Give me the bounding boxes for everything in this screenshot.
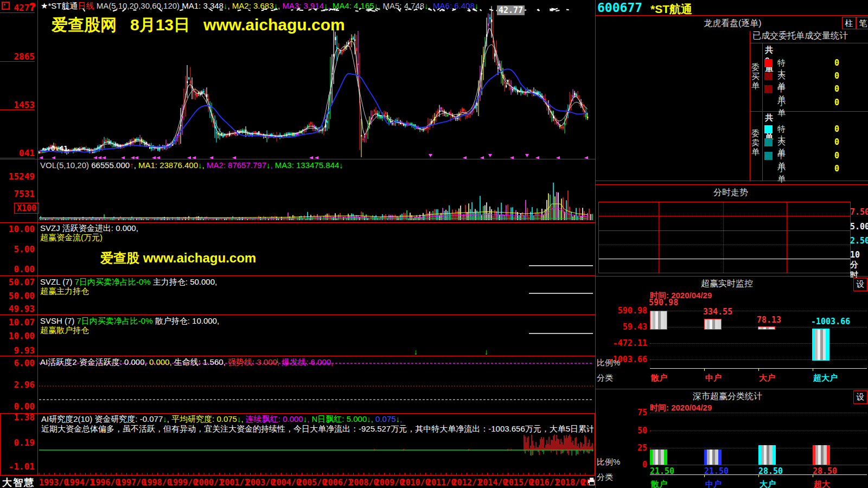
header-segment: MA1: 3.348 bbox=[182, 1, 224, 10]
candle-body bbox=[362, 138, 363, 140]
candle-body bbox=[524, 92, 525, 94]
candle-body bbox=[353, 37, 354, 40]
chart-stroke bbox=[480, 10, 482, 11]
candle-body bbox=[447, 115, 448, 117]
intraday-gridline bbox=[599, 230, 850, 231]
order-swatch bbox=[764, 59, 773, 67]
panel-border bbox=[0, 159, 595, 159]
order-row-value: 0 bbox=[816, 164, 839, 174]
order-swatch bbox=[764, 152, 773, 160]
header-segment: 生命线: 1.560, bbox=[174, 357, 228, 367]
header-segment: ↓ bbox=[339, 160, 343, 170]
chart-line bbox=[39, 44, 588, 151]
header-segment: , bbox=[202, 160, 207, 170]
candle-body bbox=[574, 93, 575, 95]
date-label: 2000/1 bbox=[194, 478, 224, 487]
deep-bar bbox=[650, 450, 667, 465]
candle-body bbox=[310, 122, 311, 124]
header-segment: 爆发线: 6.000, bbox=[282, 357, 333, 367]
deep-settings-button[interactable]: 设 bbox=[853, 390, 867, 404]
monitor-bar-value: 334.55 bbox=[703, 307, 732, 317]
candle-body bbox=[105, 140, 106, 142]
candle-body bbox=[358, 63, 359, 65]
header-segment: SVSH (7) bbox=[40, 316, 77, 325]
header-segment: *ST航通 bbox=[48, 1, 78, 10]
candle-body bbox=[284, 133, 285, 136]
volume-axis-label: 7531 bbox=[0, 189, 35, 198]
kline-axis-label: 4277 bbox=[0, 3, 35, 13]
candle-body bbox=[190, 81, 191, 84]
order-swatch bbox=[764, 138, 773, 146]
intraday-vgrid bbox=[787, 202, 787, 273]
intraday-plot[interactable] bbox=[598, 202, 851, 273]
header-segment: ↓ bbox=[424, 1, 429, 10]
monitor-top-border bbox=[595, 276, 868, 277]
bar-mode-button[interactable]: 柱 bbox=[842, 17, 856, 29]
header-segment: 66555.000 bbox=[91, 160, 130, 170]
svsh-subtitle: 超赢散户持仓 bbox=[40, 325, 89, 335]
header-segment: SVZJ 活跃资金进出: 0.000, bbox=[40, 223, 138, 233]
candle-body bbox=[234, 132, 235, 135]
header-segment: MA2: 3.683 bbox=[232, 1, 274, 10]
candle-body bbox=[488, 23, 489, 25]
printer-icon[interactable] bbox=[588, 478, 595, 485]
header-segment: ↓ bbox=[367, 414, 371, 423]
monitor-bar-value: -1003.66 bbox=[811, 317, 850, 326]
deep-category: 散户 bbox=[651, 479, 667, 488]
activity-axis-label: 2.96 bbox=[0, 380, 35, 389]
svzj-header: SVZJ 活跃资金进出: 0.000, bbox=[40, 223, 138, 233]
monitor-category: 超大户 bbox=[813, 373, 838, 383]
panel-border bbox=[0, 275, 595, 276]
deep-category: 大户 bbox=[760, 479, 776, 488]
header-segment: ★ bbox=[41, 1, 48, 10]
svsh-axis-label: 10.07 bbox=[0, 318, 35, 327]
deep-ytick: 75 bbox=[605, 408, 647, 418]
header-segment: 日线 bbox=[78, 1, 94, 10]
order-row-value: 0 bbox=[816, 151, 839, 160]
last-price-pointer: ← 0.41 bbox=[42, 144, 68, 152]
candle-body bbox=[195, 93, 196, 95]
monitor-category: 中户 bbox=[705, 373, 722, 383]
monitor-bar-value: 590.98 bbox=[649, 298, 678, 307]
intraday-top-border bbox=[595, 184, 868, 185]
candle-body bbox=[405, 125, 406, 126]
header-segment: 连续飘红: 0.000 bbox=[246, 414, 303, 423]
monitor-ratio-label: 比例% bbox=[597, 358, 620, 368]
header-segment: MA1: 23876.400 bbox=[138, 160, 198, 170]
candle-body bbox=[245, 130, 246, 132]
header-segment: , bbox=[227, 1, 232, 10]
candle-body bbox=[491, 20, 492, 22]
kline-axis-label: 041 bbox=[0, 149, 35, 158]
chart-stroke bbox=[372, 11, 375, 11]
chart-marker bbox=[429, 154, 432, 157]
stats-left-border bbox=[750, 31, 750, 181]
svsh-axis-label: 9.93 bbox=[0, 346, 35, 355]
svzj-axis-label: 10.00 bbox=[0, 224, 35, 234]
header-segment: MA4: 4.165 bbox=[333, 1, 374, 10]
date-label: 2008/0 bbox=[349, 478, 378, 487]
header-segment: , bbox=[241, 414, 245, 423]
svzj-axis-label: 0.00 bbox=[0, 265, 35, 274]
stock-name: *ST航通 bbox=[650, 2, 692, 17]
candle-body bbox=[216, 132, 217, 133]
stroke-mode-button[interactable]: 笔 bbox=[856, 17, 868, 29]
watermark-main: 爱查股网 8月13日 www.aichagu.com bbox=[52, 14, 345, 36]
chart-line bbox=[39, 204, 588, 218]
deep-axis-tick bbox=[813, 474, 813, 477]
volume-axis-label: 15249 bbox=[0, 172, 35, 181]
date-label: 1996/0 bbox=[91, 478, 120, 487]
activity-header: AI活跃度2 资金活跃度: 0.000, 0.000, 生命线: 1.560, … bbox=[40, 357, 333, 367]
monitor-ytick: 590.98 bbox=[605, 306, 647, 316]
date-label: 1994/1 bbox=[65, 478, 94, 487]
order-row-label: 小单 bbox=[777, 98, 786, 118]
down-arrow-icon: ↓ bbox=[414, 348, 418, 356]
candle-body bbox=[576, 94, 577, 96]
header-segment: ↓ bbox=[396, 414, 400, 423]
date-label: 2001/1 bbox=[220, 478, 249, 487]
monitor-settings-button[interactable]: 设 bbox=[853, 278, 867, 291]
order-row-label: 小单 bbox=[777, 164, 786, 184]
header-segment: MA5: 4.748 bbox=[383, 1, 425, 10]
chart-stroke bbox=[556, 10, 559, 11]
intraday-vgrid bbox=[659, 202, 659, 273]
monitor-class-label: 分类 bbox=[597, 373, 613, 383]
